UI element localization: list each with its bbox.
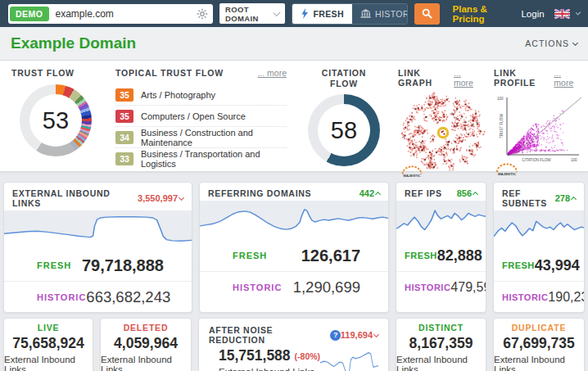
topical-row[interactable]: 34 Business / Construction and Maintenan… bbox=[115, 127, 287, 148]
summary-sublabel: External Inbound Links bbox=[4, 355, 93, 371]
sparkline-chart bbox=[396, 201, 486, 240]
caret-down-icon bbox=[373, 331, 379, 337]
plans-pricing-link[interactable]: Plans & Pricing bbox=[453, 4, 512, 24]
x-axis-max: 100 bbox=[571, 158, 577, 162]
summary-sublabel: External Inbound Links bbox=[219, 367, 320, 371]
search-box[interactable]: DEMO bbox=[8, 4, 213, 24]
topic-label[interactable]: Business / Construction and Maintenance bbox=[141, 128, 287, 147]
sparkline-chart bbox=[494, 210, 584, 250]
topic-score-badge: 34 bbox=[115, 131, 133, 144]
search-input[interactable] bbox=[56, 8, 190, 20]
link-graph-more-link[interactable]: ... more bbox=[454, 68, 481, 88]
distinct-links-card: DISTINCT 8,167,359 External Inbound Link… bbox=[396, 318, 486, 371]
fresh-label: FRESH bbox=[405, 251, 437, 260]
card-title: EXTERNAL INBOUND LINKS bbox=[12, 188, 138, 208]
live-links-card: LIVE 75,658,924 External Inbound Links bbox=[3, 318, 93, 371]
trust-flow-value: 53 bbox=[43, 107, 69, 134]
fresh-toggle-button[interactable]: FRESH bbox=[292, 4, 352, 24]
summary-label: DELETED bbox=[124, 323, 169, 333]
majestic-logo: MAJESTIC bbox=[497, 164, 517, 176]
trust-flow-section: TRUST FLOW 53 bbox=[0, 61, 104, 171]
topbar: DEMO ROOT DOMAIN FRESH bbox=[0, 0, 588, 27]
topic-score-badge: 35 bbox=[115, 110, 133, 123]
link-graph-section: LINK GRAPH ... more MAJESTIC bbox=[393, 61, 489, 171]
delta-badge: 442 bbox=[360, 188, 380, 198]
demo-badge: DEMO bbox=[10, 7, 49, 21]
caret-down-icon bbox=[179, 194, 184, 200]
topic-label[interactable]: Computers / Open Source bbox=[141, 111, 246, 121]
svg-text:MAJESTIC: MAJESTIC bbox=[404, 174, 421, 178]
historic-value: 479,594 bbox=[450, 280, 486, 295]
summary-value: 67,699,735 bbox=[503, 335, 575, 352]
after-noise-reduction-card: AFTER NOISE REDUCTION ? 119,694 15,751,5… bbox=[198, 318, 389, 371]
index-toggle: FRESH HISTORIC bbox=[292, 3, 408, 25]
card-title: REF SUBNETS bbox=[502, 188, 555, 208]
summary-value: 4,059,964 bbox=[114, 335, 178, 352]
sparkline-chart bbox=[320, 345, 378, 371]
summary-label: DISTINCT bbox=[418, 323, 464, 333]
ref-ips-card: REF IPS 856 FRESH 82,888 HISTORIC 479,59… bbox=[396, 182, 486, 313]
summary-label: LIVE bbox=[38, 323, 60, 333]
deleted-links-card: DELETED 4,059,964 External Inbound Links bbox=[100, 318, 192, 371]
fresh-value: 126,617 bbox=[301, 247, 360, 265]
duplicate-links-card: DUPLICATE 67,699,735 External Inbound Li… bbox=[493, 318, 585, 371]
caret-up-icon bbox=[375, 192, 381, 197]
topical-more-link[interactable]: ... more bbox=[257, 68, 287, 78]
summary-sublabel: External Inbound Links bbox=[101, 355, 191, 371]
trust-flow-donut: 53 bbox=[20, 84, 92, 156]
actions-dropdown[interactable]: ACTIONS bbox=[525, 38, 577, 48]
topical-trust-flow-section: TOPICAL TRUST FLOW ... more 35 Arts / Ph… bbox=[104, 61, 295, 171]
search-button[interactable] bbox=[414, 3, 440, 25]
login-link[interactable]: Login bbox=[521, 9, 544, 19]
sparkline-chart bbox=[200, 201, 388, 240]
lightning-icon bbox=[301, 8, 309, 19]
delta-badge: 3,550,997 bbox=[138, 193, 183, 203]
ref-subnets-card: REF SUBNETS 278 FRESH 43,994 HISTORIC 19… bbox=[493, 182, 585, 313]
caret-up-icon bbox=[571, 197, 577, 202]
external-inbound-links-card: EXTERNAL INBOUND LINKS 3,550,997 FRESH 7… bbox=[3, 182, 192, 313]
root-domain-value: ROOT DOMAIN bbox=[225, 5, 274, 23]
fresh-label: FRESH bbox=[37, 260, 71, 270]
stats-row: EXTERNAL INBOUND LINKS 3,550,997 FRESH 7… bbox=[3, 182, 585, 313]
summary-value: 8,167,359 bbox=[409, 335, 473, 352]
historic-value: 663,682,243 bbox=[86, 288, 170, 306]
topic-score-badge: 35 bbox=[115, 88, 133, 102]
trust-flow-title: TRUST FLOW bbox=[11, 68, 96, 78]
historic-label: HISTORIC bbox=[405, 283, 450, 292]
link-profile-title: LINK PROFILE bbox=[494, 68, 554, 88]
delta-badge: 278 bbox=[555, 193, 576, 203]
topical-row[interactable]: 33 Business / Transportation and Logisti… bbox=[115, 148, 287, 170]
fresh-value: 43,994 bbox=[535, 257, 580, 274]
gear-icon[interactable] bbox=[197, 8, 208, 20]
page-header: Example Domain ACTIONS bbox=[0, 27, 588, 61]
summary-row: LIVE 75,658,924 External Inbound Links D… bbox=[3, 318, 585, 371]
historic-label: HISTORIC bbox=[37, 292, 86, 302]
reduction-percent: (-80%) bbox=[295, 351, 321, 361]
svg-text:MAJESTIC: MAJESTIC bbox=[498, 172, 517, 176]
card-title: REFERRING DOMAINS bbox=[208, 188, 311, 198]
fresh-label: FRESH bbox=[502, 260, 535, 270]
summary-sublabel: External Inbound Links bbox=[494, 355, 584, 371]
topic-label[interactable]: Business / Transportation and Logistics bbox=[141, 149, 287, 169]
topic-label[interactable]: Arts / Photography bbox=[141, 90, 215, 100]
language-chevron-icon[interactable] bbox=[575, 10, 581, 16]
citation-flow-section: CITATION FLOW 58 bbox=[295, 61, 393, 171]
page-title: Example Domain bbox=[11, 34, 136, 52]
topical-row[interactable]: 35 Arts / Photography bbox=[115, 84, 287, 106]
root-domain-select[interactable]: ROOT DOMAIN bbox=[219, 3, 285, 24]
historic-toggle-button[interactable]: HISTORIC bbox=[352, 4, 408, 24]
topical-row[interactable]: 35 Computers / Open Source bbox=[115, 106, 287, 127]
link-profile-more-link[interactable]: ... more bbox=[554, 68, 580, 88]
fresh-value: 79,718,888 bbox=[82, 256, 164, 275]
topical-trust-flow-title: TOPICAL TRUST FLOW bbox=[115, 68, 224, 78]
summary-label: DUPLICATE bbox=[512, 323, 567, 333]
link-graph-title: LINK GRAPH bbox=[398, 68, 454, 88]
magnifier-icon bbox=[422, 8, 432, 19]
language-flag-icon[interactable] bbox=[554, 9, 570, 19]
summary-sublabel: External Inbound Links bbox=[396, 355, 486, 371]
link-profile-section: LINK PROFILE ... more 100 TRUST FLOW CIT… bbox=[489, 61, 588, 171]
bank-icon bbox=[360, 9, 371, 18]
help-icon[interactable]: ? bbox=[330, 330, 340, 341]
x-axis-label: CITATION FLOW bbox=[522, 158, 551, 162]
historic-value: 1,290,699 bbox=[293, 278, 360, 296]
